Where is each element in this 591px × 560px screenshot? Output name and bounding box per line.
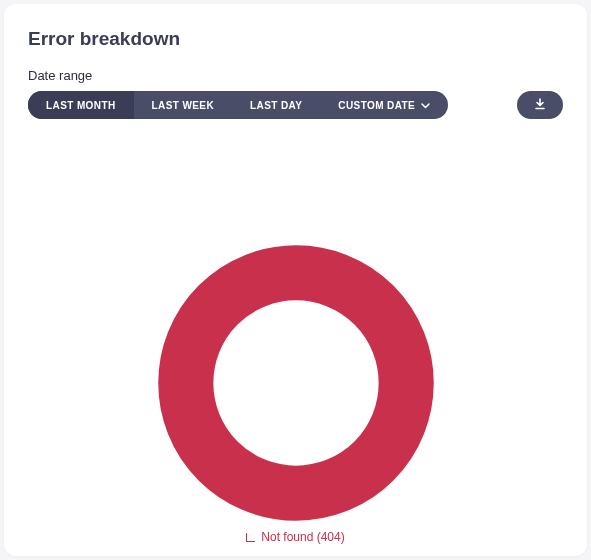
- segment-custom-date-label: CUSTOM DATE: [338, 100, 415, 111]
- donut-slice-0: [185, 273, 405, 493]
- segment-last-month[interactable]: LAST MONTH: [28, 91, 134, 119]
- toolbar: LAST MONTH LAST WEEK LAST DAY CUSTOM DAT…: [28, 91, 563, 119]
- chevron-down-icon: [421, 100, 430, 111]
- donut-chart: [151, 238, 441, 528]
- legend: Not found (404): [246, 530, 344, 544]
- error-breakdown-card: Error breakdown Date range LAST MONTH LA…: [4, 4, 587, 556]
- date-range-segmented: LAST MONTH LAST WEEK LAST DAY CUSTOM DAT…: [28, 91, 448, 119]
- download-icon: [534, 98, 546, 113]
- date-range-label: Date range: [28, 68, 563, 83]
- legend-swatch: [246, 533, 255, 542]
- segment-last-day[interactable]: LAST DAY: [232, 91, 320, 119]
- chart-area: Not found (404): [28, 119, 563, 544]
- page-title: Error breakdown: [28, 28, 563, 50]
- segment-custom-date[interactable]: CUSTOM DATE: [320, 91, 448, 119]
- download-button[interactable]: [517, 91, 563, 119]
- legend-label: Not found (404): [261, 530, 344, 544]
- segment-last-week[interactable]: LAST WEEK: [134, 91, 233, 119]
